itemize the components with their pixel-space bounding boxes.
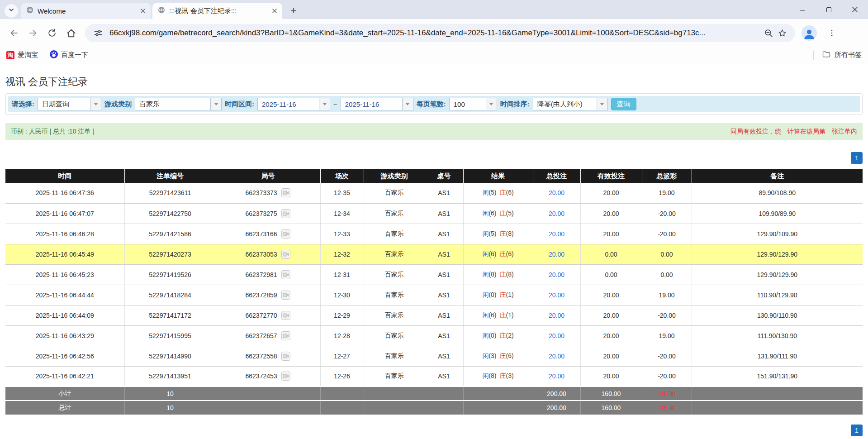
total-total-bet: 200.00 bbox=[533, 401, 580, 415]
query-type-value: 日期查询 bbox=[38, 98, 90, 110]
round-replay-icon[interactable] bbox=[281, 270, 290, 279]
round-number: 662373275 bbox=[246, 210, 277, 217]
tab-close-icon[interactable] bbox=[139, 7, 147, 15]
tab-close-icon[interactable] bbox=[270, 7, 279, 15]
search-button[interactable]: 查询 bbox=[611, 98, 636, 110]
bookmark-label: 爱淘宝 bbox=[18, 51, 38, 59]
close-window-button[interactable] bbox=[842, 0, 868, 19]
tab-betrecord[interactable]: :::视讯 会员下注纪录::: bbox=[152, 3, 282, 19]
minimize-button[interactable]: – bbox=[789, 0, 816, 19]
round-replay-icon[interactable] bbox=[281, 352, 290, 361]
cell-game: 百家乐 bbox=[364, 203, 425, 224]
round-replay-icon[interactable] bbox=[281, 229, 290, 239]
total-bet-link[interactable]: 20.00 bbox=[549, 312, 564, 319]
total-bet-link[interactable]: 20.00 bbox=[549, 271, 564, 278]
sort-select[interactable]: 降幂(由大到小) bbox=[533, 98, 608, 110]
game-category-select[interactable]: 百家乐 bbox=[135, 98, 222, 110]
maximize-button[interactable] bbox=[816, 0, 842, 19]
total-bet-link[interactable]: 20.00 bbox=[549, 251, 564, 258]
page-content: 视讯 会员下注纪录 请选择: 日期查询 游戏类别 百家乐 时间区间: 2025-… bbox=[0, 75, 868, 436]
chevron-down-icon[interactable] bbox=[597, 98, 607, 110]
chevron-down-icon[interactable] bbox=[402, 98, 413, 110]
cell-result: 闲(8)庄(8) bbox=[463, 264, 533, 285]
round-replay-icon[interactable] bbox=[281, 311, 290, 320]
home-button[interactable] bbox=[62, 24, 81, 43]
cell-session: 12-27 bbox=[320, 346, 364, 366]
total-bet-link[interactable]: 20.00 bbox=[549, 353, 564, 360]
banker-score: (1) bbox=[506, 311, 514, 319]
round-number: 662372859 bbox=[246, 291, 277, 299]
bookmark-star-icon[interactable] bbox=[775, 26, 789, 40]
chevron-down-icon[interactable] bbox=[319, 98, 330, 110]
query-type-select[interactable]: 日期查询 bbox=[38, 98, 101, 110]
new-tab-button[interactable]: + bbox=[287, 4, 300, 18]
tab-welcome[interactable]: Welcome bbox=[21, 3, 151, 19]
round-replay-icon[interactable] bbox=[281, 250, 290, 259]
cell-time: 2025-11-16 06:47:36 bbox=[5, 183, 124, 203]
window-controls: – bbox=[789, 0, 868, 19]
per-page-select[interactable]: 100 bbox=[449, 98, 497, 110]
round-replay-icon[interactable] bbox=[281, 188, 290, 197]
cell-bet-id: 522971413951 bbox=[124, 366, 216, 387]
banker-result: 庄 bbox=[500, 189, 506, 196]
cell-bet-id: 522971415995 bbox=[124, 325, 216, 346]
cell-note: 130.90/110.90 bbox=[692, 305, 863, 325]
cell-total-bet: 20.00 bbox=[533, 305, 580, 325]
chevron-down-icon[interactable] bbox=[90, 98, 101, 110]
bookmark-baidu[interactable]: 百度一下 bbox=[50, 50, 88, 60]
back-button[interactable] bbox=[5, 24, 24, 43]
cell-table: AS1 bbox=[425, 264, 463, 285]
cell-valid-bet: 0.00 bbox=[580, 244, 642, 264]
zoom-out-icon[interactable] bbox=[762, 26, 775, 40]
reload-button[interactable] bbox=[43, 24, 62, 43]
round-replay-icon[interactable] bbox=[281, 209, 290, 218]
page-number-button[interactable]: 1 bbox=[851, 425, 863, 436]
cell-valid-bet: 20.00 bbox=[580, 346, 642, 366]
tab-strip: Welcome :::视讯 会员下注纪录::: + – bbox=[0, 0, 868, 19]
game-category-value: 百家乐 bbox=[135, 98, 210, 110]
site-settings-tune-icon[interactable] bbox=[91, 26, 105, 40]
total-bet-link[interactable]: 20.00 bbox=[549, 210, 564, 217]
profile-avatar[interactable] bbox=[802, 25, 817, 41]
round-replay-icon[interactable] bbox=[281, 372, 290, 381]
cell-total-bet: 20.00 bbox=[533, 224, 580, 244]
round-replay-icon[interactable] bbox=[281, 291, 290, 300]
forward-button[interactable] bbox=[24, 24, 43, 43]
tab-search-button[interactable] bbox=[5, 4, 18, 18]
cell-bet-id: 522971423611 bbox=[124, 183, 216, 203]
col-payout: 总派彩 bbox=[642, 169, 692, 183]
all-bookmarks-button[interactable]: 所有书签 bbox=[813, 50, 862, 60]
cell-bet-id: 522971414990 bbox=[124, 346, 216, 366]
chevron-down-icon[interactable] bbox=[210, 98, 221, 110]
player-result: 闲 bbox=[482, 230, 489, 237]
total-bet-link[interactable]: 20.00 bbox=[549, 230, 564, 238]
bet-table-body: 2025-11-16 06:47:36 522971423611 6623733… bbox=[5, 183, 863, 387]
round-number: 662372981 bbox=[246, 271, 277, 278]
bookmark-taobao[interactable]: 淘 爱淘宝 bbox=[6, 51, 38, 59]
chevron-down-icon[interactable] bbox=[486, 98, 497, 110]
sort-label: 时间排序: bbox=[500, 100, 530, 109]
date-start-select[interactable]: 2025-11-16 bbox=[257, 98, 330, 110]
cell-note: 129.90/129.90 bbox=[692, 264, 863, 285]
total-bet-link[interactable]: 20.00 bbox=[549, 332, 564, 339]
cell-session: 12-31 bbox=[320, 264, 364, 285]
cell-note: 131.90/111.90 bbox=[692, 346, 863, 366]
cell-session: 12-35 bbox=[320, 183, 364, 203]
total-bet-link[interactable]: 20.00 bbox=[549, 372, 564, 380]
player-result: 闲 bbox=[482, 250, 489, 258]
address-bar[interactable]: 66cxkj98.com/game/betrecord_search/kind3… bbox=[85, 24, 795, 42]
date-end-select[interactable]: 2025-11-16 bbox=[341, 98, 413, 110]
browser-menu-icon[interactable] bbox=[824, 25, 840, 41]
round-replay-icon[interactable] bbox=[281, 331, 290, 340]
player-result: 闲 bbox=[482, 189, 489, 196]
total-bet-link[interactable]: 20.00 bbox=[549, 189, 564, 196]
player-score: (8) bbox=[489, 271, 496, 278]
round-number: 662373373 bbox=[246, 189, 277, 196]
page-number-button[interactable]: 1 bbox=[851, 152, 863, 164]
pagination-bottom: 1 bbox=[5, 425, 863, 436]
filter-panel: 请选择: 日期查询 游戏类别 百家乐 时间区间: 2025-11-16 ~ 20… bbox=[5, 93, 863, 115]
total-bet-link[interactable]: 20.00 bbox=[549, 291, 564, 299]
cell-valid-bet: 20.00 bbox=[580, 305, 642, 325]
cell-valid-bet: 20.00 bbox=[580, 203, 642, 224]
taobao-icon: 淘 bbox=[6, 51, 14, 59]
